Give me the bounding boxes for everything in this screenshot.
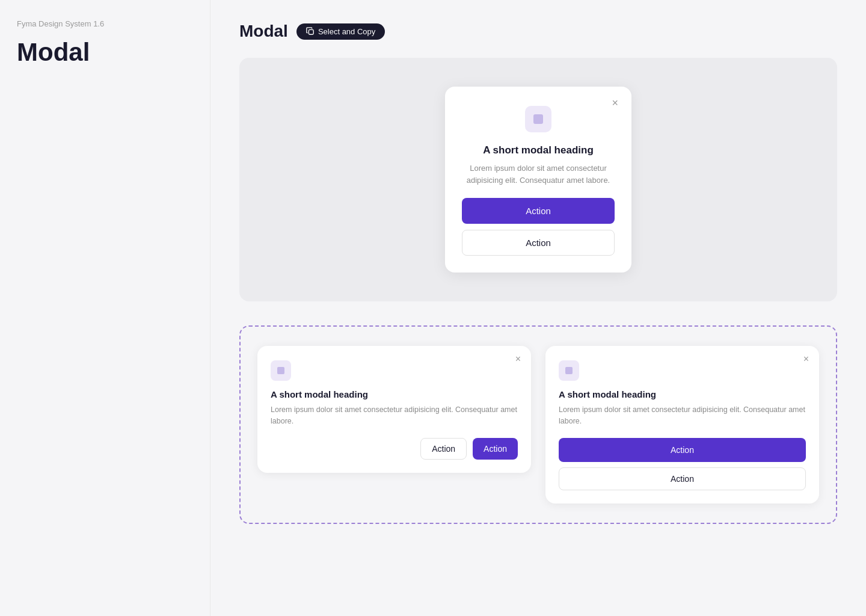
left-modal-icon-placeholder <box>271 360 291 381</box>
page-header: Modal Select and Copy <box>239 22 837 41</box>
sidebar-title: Modal <box>17 38 193 67</box>
page-title: Modal <box>239 22 288 41</box>
close-icon: × <box>612 97 618 109</box>
copy-icon <box>306 27 315 35</box>
select-copy-button[interactable]: Select and Copy <box>296 23 385 40</box>
right-modal-card: × A short modal heading Lorem ipsum dolo… <box>545 346 819 504</box>
main-modal-primary-button[interactable]: Action <box>462 198 615 224</box>
right-close-icon: × <box>803 354 809 364</box>
right-modal-heading: A short modal heading <box>559 389 806 399</box>
main-modal-heading: A short modal heading <box>462 144 615 156</box>
variants-preview-container: × A short modal heading Lorem ipsum dolo… <box>239 325 837 524</box>
left-modal-icon <box>277 367 284 374</box>
select-copy-label: Select and Copy <box>318 27 375 36</box>
left-modal-heading: A short modal heading <box>271 389 518 399</box>
right-modal-primary-button[interactable]: Action <box>559 438 806 462</box>
main-modal-icon-placeholder <box>525 106 551 132</box>
main-content: Modal Select and Copy × A short modal he… <box>210 0 866 616</box>
left-modal-card: × A short modal heading Lorem ipsum dolo… <box>257 346 531 473</box>
right-modal-secondary-button[interactable]: Action <box>559 467 806 490</box>
left-modal-secondary-button[interactable]: Action <box>420 438 467 460</box>
main-preview-container: × A short modal heading Lorem ipsum dolo… <box>239 58 837 301</box>
main-modal-secondary-button[interactable]: Action <box>462 230 615 256</box>
sidebar: Fyma Design System 1.6 Modal <box>0 0 210 616</box>
main-modal-card: × A short modal heading Lorem ipsum dolo… <box>445 87 631 273</box>
right-modal-close-button[interactable]: × <box>800 353 812 365</box>
left-modal-button-row: Action Action <box>271 438 518 460</box>
left-modal-primary-button[interactable]: Action <box>473 438 518 460</box>
left-close-icon: × <box>515 354 521 364</box>
left-modal-body: Lorem ipsum dolor sit amet consectetur a… <box>271 404 518 427</box>
right-modal-body: Lorem ipsum dolor sit amet consectetur a… <box>559 404 806 427</box>
right-modal-icon <box>565 367 573 374</box>
main-modal-close-button[interactable]: × <box>608 96 622 109</box>
left-modal-close-button[interactable]: × <box>512 353 524 365</box>
main-modal-icon <box>533 114 543 124</box>
main-modal-body: Lorem ipsum dolor sit amet consectetur a… <box>462 162 615 186</box>
app-name: Fyma Design System 1.6 <box>17 19 193 28</box>
svg-rect-0 <box>309 29 313 34</box>
right-modal-icon-placeholder <box>559 360 579 381</box>
